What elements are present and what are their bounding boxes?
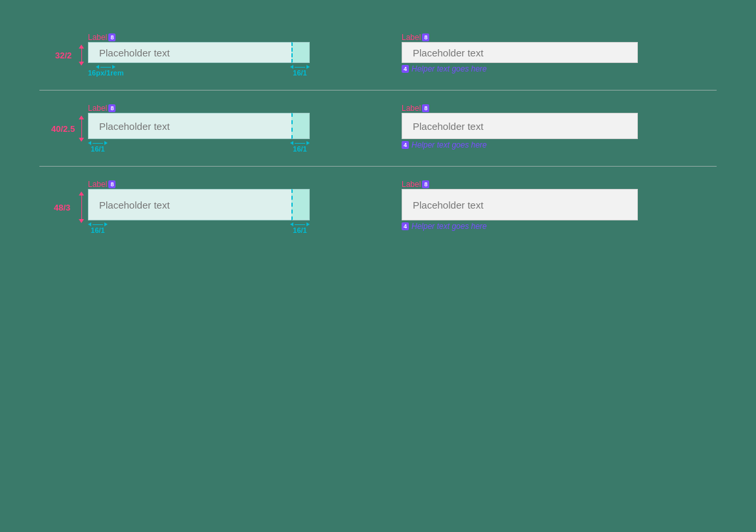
divider-2 [39,166,717,167]
right-teal-highlight-md [291,113,310,139]
arrowhead-right-right-sm [306,65,310,69]
right-label-row-md: Label 8 [402,104,651,113]
arrowhead-right-right-md [306,141,310,145]
right-label-row-lg: Label 8 [402,180,651,189]
helper-badge-lg: 4 [402,222,409,231]
annotation-left-sm: 16px/1rem [88,65,123,77]
arrow-line-right-lg [295,224,305,225]
helper-text-md: Helper text goes here [411,140,487,150]
helper-row-sm: 4 Helper text goes here [402,64,651,73]
row-lg: 48/3 Label 8 [39,167,717,247]
left-input-sm[interactable] [88,42,291,63]
bottom-annotations-lg: 16/1 16/1 [88,222,310,234]
arrowhead-right-left-md [104,141,108,145]
arrow-line-right-md [295,143,305,144]
input-with-label-sm: Label 8 16px/1rem [88,33,310,77]
right-input-group-sm: Label 8 4 Helper text goes here [402,33,651,73]
arrow-line-left-lg [93,224,103,225]
annotation-right-sm: 16/1 [290,65,310,77]
right-input-group-lg: Label 8 4 Helper text goes here [402,180,651,231]
height-annotation-sm: 32/2 [79,45,84,66]
divider-1 [39,90,717,91]
arrow-bottom-sm [79,62,84,66]
annotation-left-lg: 16/1 [88,222,108,234]
right-label-lg: Label [402,180,421,189]
annotated-input-wrapper-lg [88,189,310,220]
annotation-right-label-md: 16/1 [293,145,306,153]
annotated-input-wrapper-md [88,113,310,139]
height-label-sm: 32/2 [55,49,72,61]
arrowhead-right-right-lg [306,222,310,226]
row-sm: 32/2 Label 8 [39,20,717,90]
annotation-left-label-lg: 16/1 [91,226,104,234]
annotated-input-wrapper-sm [88,42,310,63]
right-input-group-md: Label 8 4 Helper text goes here [402,104,651,150]
height-label-lg: 48/3 [54,201,70,213]
helper-text-sm: Helper text goes here [411,64,487,73]
height-line-lg [81,195,82,219]
height-label-md: 40/2.5 [51,122,75,134]
helper-badge-sm: 4 [402,65,409,73]
helper-badge-md: 4 [402,141,409,150]
right-teal-highlight-sm [291,42,310,63]
left-annotated-group-lg: 48/3 Label 8 [79,180,310,234]
right-badge-md: 8 [422,104,429,113]
height-line-md [81,119,82,138]
left-badge-sm: 8 [108,33,116,42]
right-teal-highlight-lg [291,189,310,220]
bottom-annotations-sm: 16px/1rem 16/1 [88,65,310,77]
left-badge-md: 8 [108,104,116,113]
arrow-bottom-lg [79,219,84,223]
label-row-md: Label 8 [88,104,310,113]
annotation-right-lg: 16/1 [290,222,310,234]
right-label-md: Label [402,104,421,113]
helper-row-lg: 4 Helper text goes here [402,222,651,231]
left-annotated-group-sm: 32/2 Label 8 [79,33,310,77]
left-badge-lg: 8 [108,180,116,189]
left-label-sm: Label [88,33,107,42]
main-container: 32/2 Label 8 [0,0,756,267]
height-line-sm [81,49,82,62]
arrow-bottom-md [79,138,84,142]
left-label-lg: Label [88,180,107,189]
annotation-left-label-sm: 16px/1rem [88,69,123,77]
right-input-md[interactable] [402,113,638,139]
annotation-left-md: 16/1 [88,141,108,153]
left-input-md[interactable] [88,113,291,139]
right-label-row-sm: Label 8 [402,33,651,42]
left-annotated-group-md: 40/2.5 Label 8 [79,104,310,153]
annotation-left-label-md: 16/1 [91,145,104,153]
right-badge-sm: 8 [422,33,429,42]
annotation-right-md: 16/1 [290,141,310,153]
annotation-right-label-sm: 16/1 [293,69,306,77]
height-annotation-md: 40/2.5 [79,115,84,142]
right-input-sm[interactable] [402,42,638,63]
annotation-right-label-lg: 16/1 [293,226,306,234]
label-row-lg: Label 8 [88,180,310,189]
right-input-lg[interactable] [402,189,638,220]
input-with-label-md: Label 8 16/1 [88,104,310,153]
label-row-sm: Label 8 [88,33,310,42]
arrow-line-left-md [93,143,103,144]
helper-row-md: 4 Helper text goes here [402,140,651,150]
helper-text-lg: Helper text goes here [411,222,487,231]
bottom-annotations-md: 16/1 16/1 [88,141,310,153]
left-label-md: Label [88,104,107,113]
right-label-sm: Label [402,33,421,42]
arrowhead-right-left-lg [104,222,108,226]
arrow-line-right-sm [295,67,305,68]
height-annotation-lg: 48/3 [79,192,84,223]
left-input-lg[interactable] [88,189,291,220]
row-md: 40/2.5 Label 8 [39,91,717,166]
arrow-line-left-sm [100,67,111,68]
right-badge-lg: 8 [422,180,429,189]
input-with-label-lg: Label 8 16/1 [88,180,310,234]
